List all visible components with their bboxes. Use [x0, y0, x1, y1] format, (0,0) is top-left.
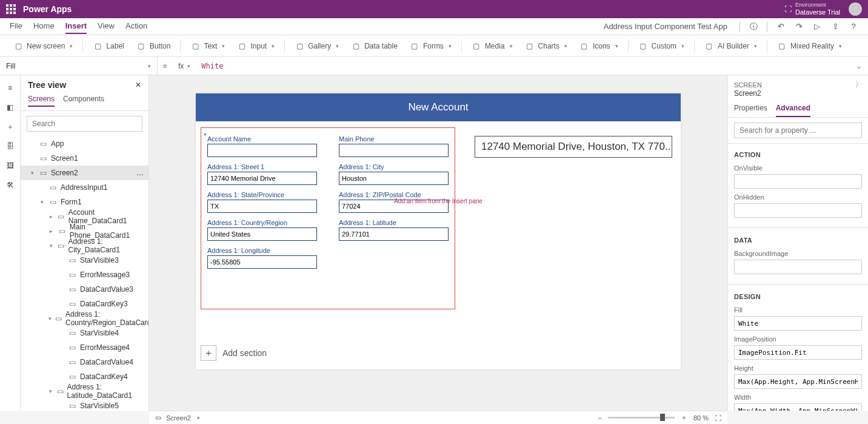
zoom-slider[interactable] [608, 417, 675, 419]
property-search-input[interactable] [734, 123, 862, 138]
property-selector[interactable]: Fill ▾ [0, 57, 158, 75]
tree-node[interactable]: ▾▭Screen2… [21, 166, 149, 180]
ribbon-gallery[interactable]: ▢Gallery▾ [290, 41, 344, 51]
formula-expand-icon[interactable]: ⌄ [850, 62, 868, 70]
tools-icon[interactable]: 🛠 [5, 180, 16, 190]
menu-home[interactable]: Home [33, 19, 55, 34]
tree-node[interactable]: ▭ErrorMessage3 [21, 268, 149, 282]
tree-node[interactable]: ▭AddressInput1 [21, 180, 149, 195]
ribbon-forms[interactable]: ▢Forms▾ [405, 41, 456, 51]
field-label: Address 1: Street 1 [207, 163, 317, 170]
data-icon[interactable]: 🗄 [5, 141, 16, 152]
tree-node[interactable]: ▭DataCardKey4 [21, 369, 149, 384]
help-icon[interactable]: ? [849, 22, 858, 32]
environment-picker[interactable]: Environment Dataverse Trial [795, 2, 840, 16]
field-input[interactable] [207, 144, 317, 157]
tree-node[interactable]: ▭ErrorMessage4 [21, 340, 149, 355]
tree-node-label: Address 1: Latitude_DataCard1 [67, 383, 144, 400]
add-section-button[interactable]: ＋ Add section [201, 345, 267, 361]
media-icon[interactable]: 🖼 [5, 160, 16, 171]
waffle-icon[interactable] [6, 4, 16, 14]
tree-node[interactable]: ▭Screen1 [21, 151, 149, 166]
ribbon-input[interactable]: ▢Input▾ [232, 41, 279, 51]
ribbon-media[interactable]: ▢Media▾ [467, 41, 518, 51]
menu-action[interactable]: Action [125, 19, 147, 34]
ribbon-icons[interactable]: ▢Icons▾ [575, 41, 623, 51]
ribbon-label[interactable]: ▢Label [88, 41, 129, 51]
screen-canvas[interactable]: New Account *Account NameMain PhoneAddre… [196, 93, 681, 369]
tree-node[interactable]: ▭App [21, 136, 149, 151]
share-icon[interactable]: ⇪ [830, 22, 840, 32]
ribbon-ai-builder[interactable]: ▢AI Builder▾ [699, 41, 762, 51]
ribbon-mixed-reality[interactable]: ▢Mixed Reality▾ [772, 41, 847, 51]
more-icon[interactable]: … [136, 169, 144, 177]
ribbon-custom[interactable]: ▢Custom▾ [633, 41, 689, 51]
zoom-in-icon[interactable]: ＋ [681, 413, 687, 422]
ribbon-data-table[interactable]: ▢Data table [346, 41, 402, 51]
twist-icon[interactable]: ▾ [48, 388, 53, 394]
status-screen[interactable]: Screen2 [166, 414, 191, 422]
fit-icon[interactable]: ⛶ [715, 414, 721, 422]
twist-icon[interactable]: ▸ [48, 228, 55, 234]
zoom-out-icon[interactable]: − [598, 414, 601, 422]
property-input[interactable] [734, 374, 862, 389]
tree-node[interactable]: ▾▭Address 1: Latitude_DataCard1 [21, 384, 149, 399]
menu-insert[interactable]: Insert [65, 19, 87, 34]
tree-tab-screens[interactable]: Screens [28, 95, 55, 107]
ribbon-new-screen[interactable]: ▢New screen▾ [8, 41, 78, 51]
tree-node[interactable]: ▸▭Account Name_DataCard1 [21, 209, 149, 224]
tree-search-input[interactable] [27, 116, 142, 132]
field-input[interactable] [207, 227, 317, 241]
property-input[interactable] [734, 316, 862, 331]
tree-node[interactable]: ▭DataCardValue3 [21, 282, 149, 297]
field-input[interactable] [339, 172, 449, 185]
tree-node[interactable]: ▭StarVisible4 [21, 326, 149, 340]
fx-button[interactable]: fx▾ [172, 62, 196, 70]
property-input[interactable] [734, 174, 862, 189]
tree-node[interactable]: ▭StarVisible5 [21, 399, 149, 411]
tree-icon[interactable]: ◧ [5, 102, 16, 113]
chevron-down-icon[interactable]: ▾ [197, 415, 200, 421]
formula-input[interactable] [196, 57, 850, 75]
add-icon[interactable]: ＋ [5, 121, 16, 132]
checker-icon[interactable]: ⓘ [749, 22, 758, 32]
play-icon[interactable]: ▷ [812, 22, 822, 32]
ribbon-text[interactable]: ▢Text▾ [185, 41, 230, 51]
ribbon-charts[interactable]: ▢Charts▾ [520, 41, 572, 51]
prop-tab-properties[interactable]: Properties [734, 100, 767, 117]
hamburger-icon[interactable]: ≡ [5, 82, 16, 93]
tree-node[interactable]: ▾▭Address 1: Country/Region_DataCard [21, 311, 149, 326]
tree-node[interactable]: ▭StarVisible3 [21, 253, 149, 268]
canvas-area[interactable]: New Account *Account NameMain PhoneAddre… [149, 75, 727, 411]
redo-icon[interactable]: ↷ [794, 22, 804, 32]
tree-node[interactable]: ▾▭Form1 [21, 195, 149, 209]
field-input[interactable] [339, 227, 449, 241]
tree-node[interactable]: ▭DataCardKey3 [21, 297, 149, 311]
menu-view[interactable]: View [98, 19, 115, 34]
field-input[interactable] [207, 255, 317, 269]
property-input[interactable] [734, 403, 862, 411]
form-selection[interactable]: *Account NameMain PhoneAddress 1: Street… [201, 127, 455, 309]
field-input[interactable] [207, 200, 317, 213]
property-input[interactable] [734, 345, 862, 360]
field-input[interactable] [207, 172, 317, 185]
tree-node[interactable]: ▸▭Main Phone_DataCard1 [21, 224, 149, 238]
panel-chevron-icon[interactable]: 〉 [855, 80, 862, 89]
twist-icon[interactable]: ▸ [48, 214, 54, 220]
field-input[interactable] [339, 144, 449, 157]
twist-icon[interactable]: ▾ [39, 199, 45, 205]
twist-icon[interactable]: ▾ [48, 315, 52, 321]
tree-node[interactable]: ▭DataCardValue4 [21, 355, 149, 369]
twist-icon[interactable]: ▾ [29, 170, 35, 176]
property-input[interactable] [734, 260, 862, 274]
menu-file[interactable]: File [10, 19, 22, 34]
undo-icon[interactable]: ↶ [776, 22, 786, 32]
tree-tab-components[interactable]: Components [63, 95, 104, 107]
tree-node[interactable]: ▾▭Address 1: City_DataCard1 [21, 238, 149, 253]
prop-tab-advanced[interactable]: Advanced [776, 100, 810, 117]
twist-icon[interactable]: ▾ [48, 243, 54, 249]
property-input[interactable] [734, 203, 862, 218]
ribbon-button[interactable]: ▢Button [132, 41, 176, 51]
user-avatar[interactable] [849, 2, 862, 16]
close-icon[interactable]: ✕ [135, 81, 141, 89]
